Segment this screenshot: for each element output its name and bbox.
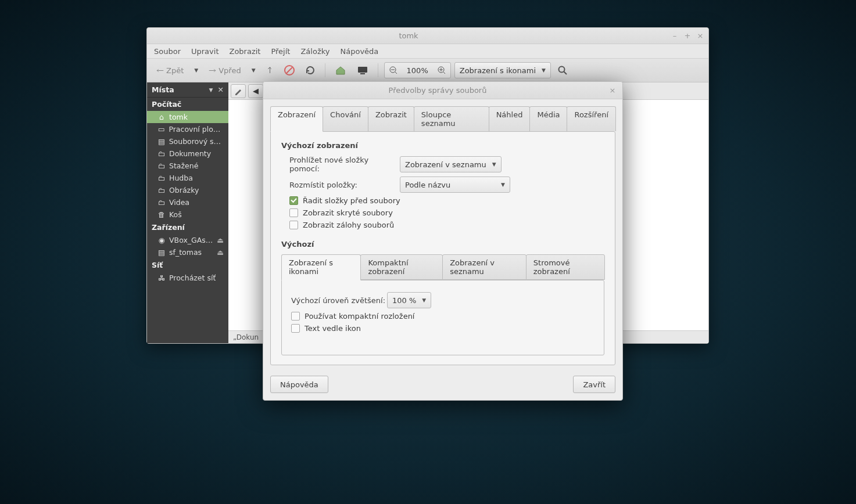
sidebar-item[interactable]: ▤Souborový sy… bbox=[147, 135, 228, 147]
forward-history-dropdown[interactable]: ▼ bbox=[248, 62, 259, 78]
arrow-left-icon: 🡐 bbox=[156, 66, 164, 75]
fm-toolbar: 🡐 Zpět ▼ 🡒 Vpřed ▼ 🡑 100% bbox=[147, 58, 708, 82]
fm-titlebar[interactable]: tomk – + × bbox=[147, 28, 708, 44]
sidebar-item-label: Pracovní plocha bbox=[169, 125, 224, 134]
sidebar-item[interactable]: 🗀Hudba bbox=[147, 172, 228, 184]
close-button[interactable]: Zavřít bbox=[573, 376, 615, 393]
sidebar-close[interactable]: ✕ bbox=[218, 85, 224, 94]
help-button[interactable]: Nápověda bbox=[270, 376, 328, 393]
sidebar-item[interactable]: ▤sf_tomas⏏ bbox=[147, 246, 228, 258]
sidebar-item[interactable]: ▭Pracovní plocha bbox=[147, 123, 228, 135]
check-label: Text vedle ikon bbox=[305, 324, 361, 333]
check-show-hidden[interactable]: Zobrazit skryté soubory bbox=[289, 208, 604, 217]
sidebar-item[interactable]: ⌂tomk bbox=[147, 111, 228, 123]
sidebar-item[interactable]: 🗀Stažené bbox=[147, 160, 228, 172]
eject-icon[interactable]: ⏏ bbox=[217, 236, 224, 244]
trash-icon: 🗑 bbox=[157, 210, 166, 219]
zoom-control: 100% bbox=[384, 62, 451, 78]
chevron-down-icon: ▼ bbox=[422, 297, 426, 303]
sidebar-category: Počítač bbox=[147, 98, 228, 111]
dlg-tab[interactable]: Zobrazit bbox=[368, 106, 414, 131]
search-button[interactable] bbox=[554, 62, 571, 78]
menu-bookmarks[interactable]: Záložky bbox=[300, 47, 329, 56]
zoom-out-button[interactable] bbox=[385, 66, 402, 74]
computer-button[interactable] bbox=[353, 62, 372, 78]
dlg-subpane: Výchozí úroveň zvětšení: 100 % ▼ Používa… bbox=[281, 280, 604, 355]
back-label: Zpět bbox=[166, 66, 184, 75]
check-text-beside-icons[interactable]: Text vedle ikon bbox=[291, 324, 594, 333]
dlg-buttonbar: Nápověda Zavřít bbox=[263, 372, 622, 400]
path-edit-button[interactable] bbox=[231, 84, 246, 98]
check-label: Zobrazit zálohy souborů bbox=[303, 221, 394, 229]
check-compact-layout[interactable]: Používat kompaktní rozložení bbox=[291, 312, 594, 321]
menu-file[interactable]: Soubor bbox=[154, 47, 181, 56]
minimize-button[interactable]: – bbox=[670, 31, 679, 40]
browse-mode-combo[interactable]: Zobrazení v seznamu ▼ bbox=[400, 156, 502, 172]
dlg-tab[interactable]: Rozšíření bbox=[567, 106, 616, 131]
menu-help[interactable]: Nápověda bbox=[340, 47, 378, 56]
dlg-subtab[interactable]: Zobrazení v seznamu bbox=[442, 254, 527, 280]
maximize-button[interactable]: + bbox=[683, 31, 692, 40]
sidebar-item[interactable]: 🗀Videa bbox=[147, 196, 228, 208]
dlg-subtab[interactable]: Zobrazení s ikonami bbox=[281, 254, 361, 280]
sidebar-item-label: Hudba bbox=[169, 174, 193, 182]
close-button[interactable]: × bbox=[696, 31, 705, 40]
reload-button[interactable] bbox=[302, 62, 319, 78]
menu-go[interactable]: Přejít bbox=[271, 47, 290, 56]
disk-icon: ▤ bbox=[157, 137, 166, 146]
dlg-subtab[interactable]: Stromové zobrazení bbox=[526, 254, 605, 280]
fm-sidebar: Místa ▼ ✕ Počítač⌂tomk▭Pracovní plocha▤S… bbox=[147, 82, 228, 343]
view-mode-combo[interactable]: Zobrazení s ikonami ▼ bbox=[454, 62, 551, 78]
chevron-down-icon: ▼ bbox=[492, 161, 496, 167]
back-button: 🡐 Zpět bbox=[153, 62, 187, 78]
menu-edit[interactable]: Upravit bbox=[191, 47, 219, 56]
path-back-button[interactable]: ◀ bbox=[248, 84, 263, 98]
browse-mode-label: Prohlížet nové složky pomocí: bbox=[289, 156, 400, 173]
menu-view[interactable]: Zobrazit bbox=[229, 47, 260, 56]
dlg-subtab[interactable]: Kompaktní zobrazení bbox=[360, 254, 443, 280]
sidebar-item-label: Obrázky bbox=[169, 186, 199, 195]
zoom-in-button[interactable] bbox=[433, 66, 450, 74]
default-zoom-combo[interactable]: 100 % ▼ bbox=[387, 292, 431, 308]
network-icon: 🖧 bbox=[157, 273, 166, 282]
svg-line-1 bbox=[286, 67, 292, 73]
check-sort-folders-first[interactable]: Řadit složky před soubory bbox=[289, 196, 604, 205]
arrange-combo[interactable]: Podle názvu ▼ bbox=[400, 177, 510, 193]
dlg-subtabs: Zobrazení s ikonamiKompaktní zobrazeníZo… bbox=[281, 254, 604, 280]
view-mode-label: Zobrazení s ikonami bbox=[460, 66, 536, 75]
checkbox-icon bbox=[289, 208, 298, 217]
dlg-tab[interactable]: Náhled bbox=[489, 106, 531, 131]
sidebar-item[interactable]: 🗀Dokumenty bbox=[147, 147, 228, 160]
home-button[interactable] bbox=[331, 62, 350, 78]
folder-icon: 🗀 bbox=[157, 174, 166, 182]
dlg-tab[interactable]: Zobrazení bbox=[270, 106, 323, 132]
dlg-tab[interactable]: Chování bbox=[323, 106, 368, 131]
sidebar-item[interactable]: 🖧Procházet síť bbox=[147, 272, 228, 284]
search-icon bbox=[558, 66, 567, 75]
dlg-tab[interactable]: Média bbox=[529, 106, 567, 131]
up-button[interactable]: 🡑 bbox=[263, 62, 277, 78]
disk-icon: ▤ bbox=[157, 248, 166, 257]
sidebar-dropdown[interactable]: ▼ bbox=[209, 87, 213, 93]
dlg-titlebar[interactable]: Předvolby správy souborů × bbox=[263, 82, 622, 99]
sidebar-item-label: Procházet síť bbox=[169, 273, 216, 282]
arrange-label: Rozmístit položky: bbox=[289, 181, 400, 189]
svg-rect-3 bbox=[360, 73, 365, 74]
default-zoom-label: Výchozí úroveň zvětšení: bbox=[291, 296, 387, 305]
status-text: „Dokun bbox=[233, 333, 259, 341]
check-show-backup[interactable]: Zobrazit zálohy souborů bbox=[289, 221, 604, 229]
svg-line-12 bbox=[564, 72, 567, 75]
back-history-dropdown[interactable]: ▼ bbox=[191, 62, 202, 78]
dlg-tab[interactable]: Sloupce seznamu bbox=[414, 106, 489, 131]
sidebar-item[interactable]: 🗀Obrázky bbox=[147, 184, 228, 196]
sidebar-item[interactable]: ◉VBox_GAs…⏏ bbox=[147, 234, 228, 246]
sidebar-header: Místa ▼ ✕ bbox=[147, 82, 228, 98]
eject-icon[interactable]: ⏏ bbox=[217, 248, 224, 257]
folder-icon: 🗀 bbox=[157, 186, 166, 195]
sidebar-item[interactable]: 🗑Koš bbox=[147, 208, 228, 221]
dlg-pane: Výchozí zobrazení Prohlížet nové složky … bbox=[270, 131, 615, 365]
sidebar-item-label: Koš bbox=[169, 210, 182, 219]
dlg-close-button[interactable]: × bbox=[607, 85, 618, 96]
zoom-in-icon bbox=[438, 66, 446, 74]
home-icon: ⌂ bbox=[157, 113, 166, 121]
